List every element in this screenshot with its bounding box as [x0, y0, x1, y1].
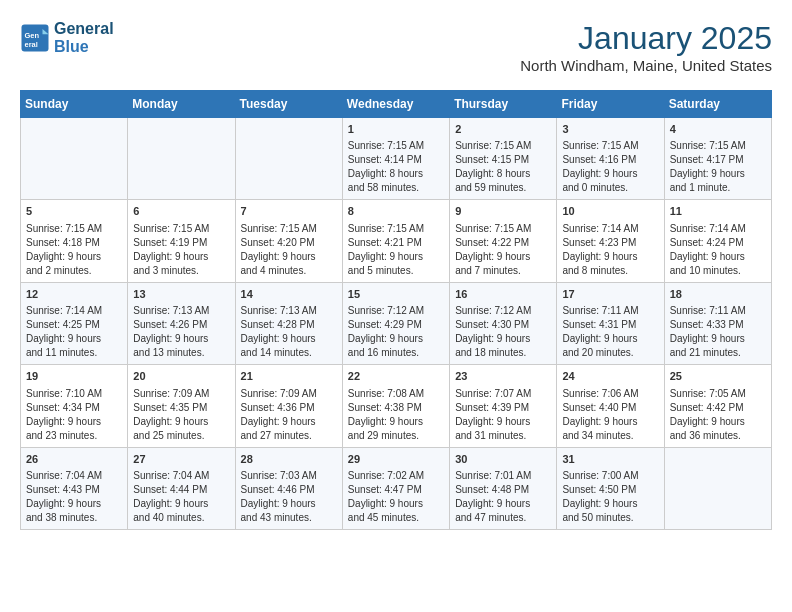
day-info: Sunrise: 7:15 AM Sunset: 4:21 PM Dayligh…: [348, 222, 444, 278]
calendar-cell: [235, 118, 342, 200]
month-title: January 2025: [520, 20, 772, 57]
day-number: 1: [348, 122, 444, 137]
calendar-cell: 15Sunrise: 7:12 AM Sunset: 4:29 PM Dayli…: [342, 282, 449, 364]
calendar-cell: 25Sunrise: 7:05 AM Sunset: 4:42 PM Dayli…: [664, 365, 771, 447]
calendar-cell: 6Sunrise: 7:15 AM Sunset: 4:19 PM Daylig…: [128, 200, 235, 282]
calendar-week-row: 1Sunrise: 7:15 AM Sunset: 4:14 PM Daylig…: [21, 118, 772, 200]
day-number: 26: [26, 452, 122, 467]
day-number: 25: [670, 369, 766, 384]
day-number: 29: [348, 452, 444, 467]
day-info: Sunrise: 7:04 AM Sunset: 4:43 PM Dayligh…: [26, 469, 122, 525]
day-number: 11: [670, 204, 766, 219]
day-info: Sunrise: 7:09 AM Sunset: 4:35 PM Dayligh…: [133, 387, 229, 443]
day-number: 6: [133, 204, 229, 219]
day-number: 4: [670, 122, 766, 137]
calendar-cell: [128, 118, 235, 200]
calendar-table: SundayMondayTuesdayWednesdayThursdayFrid…: [20, 90, 772, 530]
calendar-cell: 13Sunrise: 7:13 AM Sunset: 4:26 PM Dayli…: [128, 282, 235, 364]
logo-icon: Gen eral: [20, 23, 50, 53]
calendar-cell: 24Sunrise: 7:06 AM Sunset: 4:40 PM Dayli…: [557, 365, 664, 447]
day-number: 16: [455, 287, 551, 302]
day-number: 18: [670, 287, 766, 302]
calendar-cell: 27Sunrise: 7:04 AM Sunset: 4:44 PM Dayli…: [128, 447, 235, 529]
day-number: 14: [241, 287, 337, 302]
header-day-sunday: Sunday: [21, 91, 128, 118]
day-info: Sunrise: 7:15 AM Sunset: 4:15 PM Dayligh…: [455, 139, 551, 195]
day-info: Sunrise: 7:02 AM Sunset: 4:47 PM Dayligh…: [348, 469, 444, 525]
day-info: Sunrise: 7:11 AM Sunset: 4:33 PM Dayligh…: [670, 304, 766, 360]
day-number: 7: [241, 204, 337, 219]
day-info: Sunrise: 7:09 AM Sunset: 4:36 PM Dayligh…: [241, 387, 337, 443]
day-number: 13: [133, 287, 229, 302]
header-day-friday: Friday: [557, 91, 664, 118]
svg-text:eral: eral: [25, 40, 38, 49]
day-number: 9: [455, 204, 551, 219]
calendar-week-row: 5Sunrise: 7:15 AM Sunset: 4:18 PM Daylig…: [21, 200, 772, 282]
calendar-cell: 10Sunrise: 7:14 AM Sunset: 4:23 PM Dayli…: [557, 200, 664, 282]
day-number: 2: [455, 122, 551, 137]
calendar-cell: 23Sunrise: 7:07 AM Sunset: 4:39 PM Dayli…: [450, 365, 557, 447]
day-number: 10: [562, 204, 658, 219]
calendar-cell: 19Sunrise: 7:10 AM Sunset: 4:34 PM Dayli…: [21, 365, 128, 447]
day-info: Sunrise: 7:00 AM Sunset: 4:50 PM Dayligh…: [562, 469, 658, 525]
day-info: Sunrise: 7:15 AM Sunset: 4:17 PM Dayligh…: [670, 139, 766, 195]
day-info: Sunrise: 7:12 AM Sunset: 4:30 PM Dayligh…: [455, 304, 551, 360]
day-info: Sunrise: 7:07 AM Sunset: 4:39 PM Dayligh…: [455, 387, 551, 443]
day-number: 30: [455, 452, 551, 467]
logo: Gen eral General Blue: [20, 20, 114, 55]
calendar-cell: 8Sunrise: 7:15 AM Sunset: 4:21 PM Daylig…: [342, 200, 449, 282]
header-day-thursday: Thursday: [450, 91, 557, 118]
header-day-monday: Monday: [128, 91, 235, 118]
calendar-cell: 5Sunrise: 7:15 AM Sunset: 4:18 PM Daylig…: [21, 200, 128, 282]
day-number: 15: [348, 287, 444, 302]
day-info: Sunrise: 7:04 AM Sunset: 4:44 PM Dayligh…: [133, 469, 229, 525]
day-info: Sunrise: 7:11 AM Sunset: 4:31 PM Dayligh…: [562, 304, 658, 360]
day-info: Sunrise: 7:05 AM Sunset: 4:42 PM Dayligh…: [670, 387, 766, 443]
calendar-week-row: 12Sunrise: 7:14 AM Sunset: 4:25 PM Dayli…: [21, 282, 772, 364]
day-info: Sunrise: 7:15 AM Sunset: 4:16 PM Dayligh…: [562, 139, 658, 195]
calendar-cell: 9Sunrise: 7:15 AM Sunset: 4:22 PM Daylig…: [450, 200, 557, 282]
day-number: 27: [133, 452, 229, 467]
day-info: Sunrise: 7:15 AM Sunset: 4:18 PM Dayligh…: [26, 222, 122, 278]
calendar-cell: 11Sunrise: 7:14 AM Sunset: 4:24 PM Dayli…: [664, 200, 771, 282]
calendar-header-row: SundayMondayTuesdayWednesdayThursdayFrid…: [21, 91, 772, 118]
day-info: Sunrise: 7:06 AM Sunset: 4:40 PM Dayligh…: [562, 387, 658, 443]
calendar-cell: 12Sunrise: 7:14 AM Sunset: 4:25 PM Dayli…: [21, 282, 128, 364]
calendar-cell: 22Sunrise: 7:08 AM Sunset: 4:38 PM Dayli…: [342, 365, 449, 447]
calendar-cell: 30Sunrise: 7:01 AM Sunset: 4:48 PM Dayli…: [450, 447, 557, 529]
calendar-cell: 20Sunrise: 7:09 AM Sunset: 4:35 PM Dayli…: [128, 365, 235, 447]
day-info: Sunrise: 7:08 AM Sunset: 4:38 PM Dayligh…: [348, 387, 444, 443]
day-info: Sunrise: 7:15 AM Sunset: 4:14 PM Dayligh…: [348, 139, 444, 195]
day-number: 17: [562, 287, 658, 302]
calendar-cell: 18Sunrise: 7:11 AM Sunset: 4:33 PM Dayli…: [664, 282, 771, 364]
calendar-week-row: 26Sunrise: 7:04 AM Sunset: 4:43 PM Dayli…: [21, 447, 772, 529]
header-day-saturday: Saturday: [664, 91, 771, 118]
day-number: 20: [133, 369, 229, 384]
header-day-tuesday: Tuesday: [235, 91, 342, 118]
title-area: January 2025 North Windham, Maine, Unite…: [520, 20, 772, 74]
calendar-cell: 16Sunrise: 7:12 AM Sunset: 4:30 PM Dayli…: [450, 282, 557, 364]
day-number: 31: [562, 452, 658, 467]
calendar-cell: 31Sunrise: 7:00 AM Sunset: 4:50 PM Dayli…: [557, 447, 664, 529]
day-info: Sunrise: 7:03 AM Sunset: 4:46 PM Dayligh…: [241, 469, 337, 525]
day-number: 24: [562, 369, 658, 384]
calendar-cell: 21Sunrise: 7:09 AM Sunset: 4:36 PM Dayli…: [235, 365, 342, 447]
calendar-cell: 26Sunrise: 7:04 AM Sunset: 4:43 PM Dayli…: [21, 447, 128, 529]
day-info: Sunrise: 7:14 AM Sunset: 4:25 PM Dayligh…: [26, 304, 122, 360]
calendar-cell: 17Sunrise: 7:11 AM Sunset: 4:31 PM Dayli…: [557, 282, 664, 364]
day-info: Sunrise: 7:12 AM Sunset: 4:29 PM Dayligh…: [348, 304, 444, 360]
calendar-cell: 4Sunrise: 7:15 AM Sunset: 4:17 PM Daylig…: [664, 118, 771, 200]
logo-text: General Blue: [54, 20, 114, 55]
calendar-cell: 7Sunrise: 7:15 AM Sunset: 4:20 PM Daylig…: [235, 200, 342, 282]
calendar-cell: 3Sunrise: 7:15 AM Sunset: 4:16 PM Daylig…: [557, 118, 664, 200]
day-number: 5: [26, 204, 122, 219]
location: North Windham, Maine, United States: [520, 57, 772, 74]
day-info: Sunrise: 7:15 AM Sunset: 4:20 PM Dayligh…: [241, 222, 337, 278]
calendar-cell: 28Sunrise: 7:03 AM Sunset: 4:46 PM Dayli…: [235, 447, 342, 529]
calendar-cell: [664, 447, 771, 529]
day-number: 22: [348, 369, 444, 384]
calendar-week-row: 19Sunrise: 7:10 AM Sunset: 4:34 PM Dayli…: [21, 365, 772, 447]
day-info: Sunrise: 7:14 AM Sunset: 4:23 PM Dayligh…: [562, 222, 658, 278]
day-info: Sunrise: 7:15 AM Sunset: 4:19 PM Dayligh…: [133, 222, 229, 278]
day-number: 8: [348, 204, 444, 219]
